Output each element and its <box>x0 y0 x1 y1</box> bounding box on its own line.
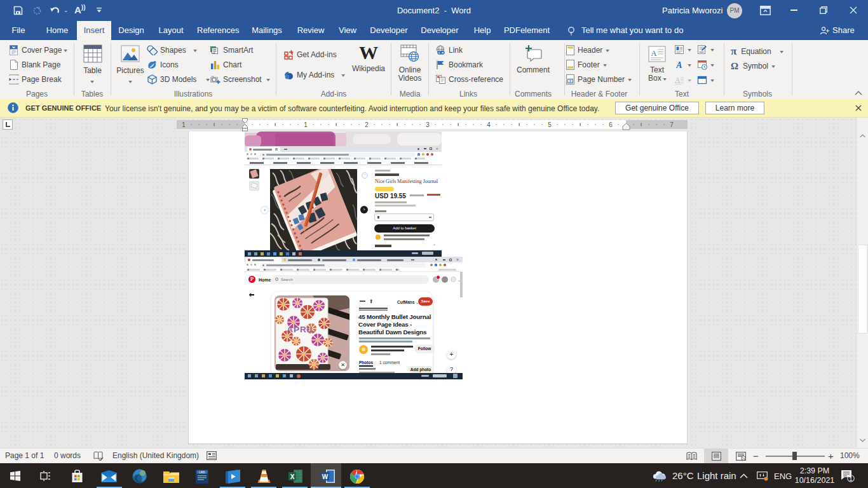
svg-text:APRIL: APRIL <box>287 325 316 334</box>
svg-text:X: X <box>290 473 295 480</box>
svg-text:4: 4 <box>487 121 491 128</box>
svg-text:1: 1 <box>304 121 308 128</box>
svg-text:5: 5 <box>548 121 552 128</box>
svg-text:6: 6 <box>609 121 613 128</box>
svg-text:1: 1 <box>849 475 852 482</box>
svg-text:LMS: LMS <box>199 471 205 474</box>
svg-text:1: 1 <box>182 121 186 128</box>
svg-text:W: W <box>322 473 329 480</box>
svg-text:7: 7 <box>670 121 674 128</box>
svg-text:A: A <box>651 48 657 58</box>
svg-text:#: # <box>569 79 572 83</box>
svg-text:A: A <box>675 60 682 70</box>
svg-text:2: 2 <box>365 121 369 128</box>
svg-text:3: 3 <box>426 121 430 128</box>
